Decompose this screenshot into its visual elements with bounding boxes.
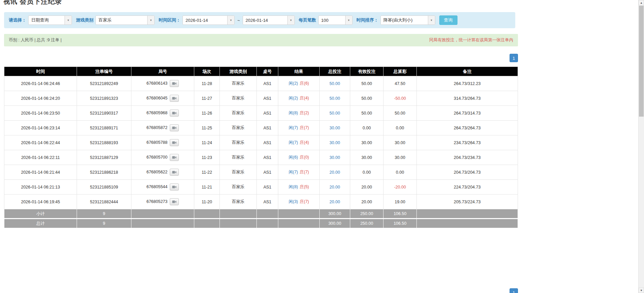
total-bet-link[interactable]: 20.00 [329, 185, 340, 190]
cell-session: 11-22 [194, 165, 220, 180]
cell-session: 11-28 [194, 76, 220, 91]
date-to-value: 2026-01-14 [243, 16, 287, 25]
cell-table-no: AS1 [257, 195, 278, 209]
total-bet-link[interactable]: 20.00 [329, 170, 340, 175]
video-replay-button[interactable] [170, 110, 179, 117]
column-header: 局号 [131, 67, 194, 76]
total-bet-link[interactable]: 30.00 [329, 126, 340, 130]
cell-round: 676805700 [131, 150, 194, 165]
cell-game-type: 百家乐 [220, 180, 257, 195]
video-camera-icon [172, 126, 176, 130]
video-camera-icon [172, 82, 176, 85]
date-to-input[interactable]: 2026-01-14 ▾ [243, 15, 295, 25]
video-replay-button[interactable] [170, 95, 179, 102]
cell-table-no: AS1 [257, 106, 278, 121]
vertical-scrollbar[interactable]: ▲ ▼ [638, 0, 644, 293]
cell-table-no: AS1 [257, 165, 278, 180]
table-row: 2026-01-14 06:21:13523121885109676805544… [4, 180, 518, 195]
subtotal-row: 小计9300.00250.00106.50 [4, 209, 518, 219]
video-replay-button[interactable] [170, 198, 179, 205]
foot-cell: 总计 [4, 219, 77, 228]
chevron-down-icon[interactable]: ▾ [227, 16, 234, 25]
chevron-down-icon[interactable]: ▾ [428, 16, 435, 25]
video-replay-button[interactable] [170, 169, 179, 176]
round-number: 676806045 [147, 96, 168, 100]
bet-records-table: 时间注单编号局号场次游戏类别桌号结果总投注有效投注总派彩备注 2026-01-1… [4, 67, 518, 228]
pagination-top: 1 [4, 54, 518, 62]
video-replay-button[interactable] [170, 139, 179, 146]
page-size-select[interactable]: 100 ▾ [318, 15, 353, 25]
column-header: 游戏类别 [220, 67, 257, 76]
cell-time: 2026-01-14 06:22:11 [4, 150, 77, 165]
chevron-down-icon[interactable]: ▾ [345, 16, 352, 25]
video-camera-icon [172, 156, 176, 159]
summary-bar: 币别 : 人民币 | 总共 :9 注单 | 同局有效投注，统一计算在该局第一张注… [4, 34, 518, 46]
foot-cell [220, 219, 257, 228]
cell-session: 11-23 [194, 150, 220, 165]
page-size-label: 每页笔数 [299, 17, 316, 23]
cell-total-bet: 20.00 [320, 165, 350, 180]
chevron-down-icon[interactable]: ▾ [147, 16, 154, 25]
video-camera-icon [172, 170, 176, 174]
page-button-1[interactable]: 1 [510, 288, 518, 293]
scroll-down-icon[interactable]: ▼ [639, 288, 644, 293]
game-type-select[interactable]: 百家乐 ▾ [95, 15, 155, 25]
chevron-down-icon[interactable]: ▾ [287, 16, 294, 25]
table-row: 2026-01-14 06:22:44523121888193676805788… [4, 135, 518, 150]
sort-select[interactable]: 降幂(由大到小) ▾ [380, 15, 435, 25]
round-number: 676805968 [147, 111, 168, 115]
cell-bet-id: 523121889171 [77, 121, 131, 135]
video-replay-button[interactable] [170, 124, 179, 131]
scroll-up-icon[interactable]: ▲ [639, 0, 644, 5]
foot-cell [417, 209, 518, 219]
cell-time: 2026-01-14 06:23:50 [4, 106, 77, 121]
table-row: 2026-01-14 06:24:20523121891323676806045… [4, 91, 518, 106]
cell-payout: 0.00 [384, 121, 417, 135]
filter-bar: 请选择： 日期查询 ▾ 游戏类别 百家乐 ▾ 时间区间： 2026-01-14 … [4, 12, 515, 28]
column-header: 备注 [417, 67, 518, 76]
cell-remark: 204.73/204.73 [417, 165, 518, 180]
cell-bet-id: 523121882444 [77, 195, 131, 209]
query-type-select[interactable]: 日期查询 ▾ [28, 15, 72, 25]
video-replay-button[interactable] [170, 183, 179, 191]
range-separator: ~ [237, 18, 240, 23]
total-bet-link[interactable]: 20.00 [329, 200, 340, 204]
total-bet-link[interactable]: 50.00 [329, 111, 340, 116]
result-banker: 庄(2) [300, 111, 309, 115]
cell-session: 11-21 [194, 180, 220, 195]
total-bet-link[interactable]: 50.00 [329, 96, 340, 101]
cell-table-no: AS1 [257, 91, 278, 106]
table-row: 2026-01-14 06:23:50523121890317676805968… [4, 106, 518, 121]
cell-game-type: 百家乐 [220, 195, 257, 209]
page-button-1[interactable]: 1 [510, 54, 518, 62]
cell-payout: 47.50 [384, 76, 417, 91]
total-row: 总计9300.00250.00106.50 [4, 219, 518, 228]
cell-valid-bet: 30.00 [350, 135, 384, 150]
cell-time: 2026-01-14 06:23:14 [4, 121, 77, 135]
cell-result: 闲(7)庄(7) [278, 121, 320, 135]
query-button[interactable]: 查询 [439, 15, 457, 25]
foot-cell: 300.00 [320, 209, 350, 219]
cell-session: 11-27 [194, 91, 220, 106]
total-bet-link[interactable]: 30.00 [329, 155, 340, 160]
scrollbar-thumb[interactable] [639, 6, 644, 117]
chevron-down-icon[interactable]: ▾ [65, 16, 72, 25]
page-title: 视讯 会员下注纪录 [3, 0, 62, 6]
video-camera-icon [172, 96, 176, 100]
cell-valid-bet: 50.00 [350, 91, 384, 106]
cell-total-bet: 50.00 [320, 106, 350, 121]
cell-bet-id: 523121887129 [77, 150, 131, 165]
cell-bet-id: 523121892249 [77, 76, 131, 91]
table-row: 2026-01-14 06:21:44523121886218676805622… [4, 165, 518, 180]
round-number: 676806143 [147, 81, 168, 86]
select-label: 请选择： [9, 17, 26, 23]
date-from-input[interactable]: 2026-01-14 ▾ [183, 15, 235, 25]
cell-game-type: 百家乐 [220, 135, 257, 150]
video-replay-button[interactable] [170, 154, 179, 161]
foot-cell [131, 209, 194, 219]
video-replay-button[interactable] [170, 80, 179, 87]
table-row: 2026-01-14 06:23:14523121889171676805872… [4, 121, 518, 135]
cell-session: 11-20 [194, 195, 220, 209]
total-bet-link[interactable]: 50.00 [329, 81, 340, 86]
total-bet-link[interactable]: 30.00 [329, 140, 340, 145]
